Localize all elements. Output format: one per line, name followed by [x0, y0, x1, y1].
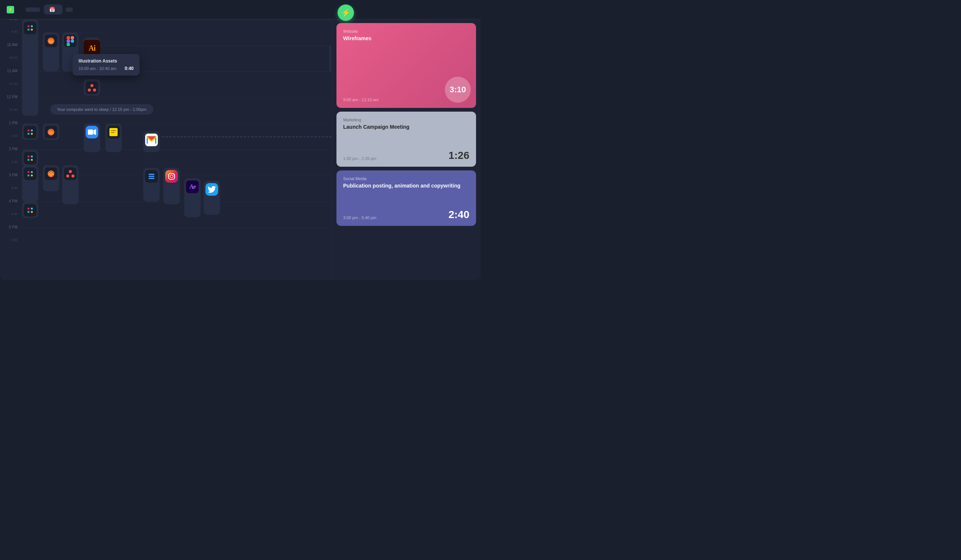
firefox-icon [45, 35, 57, 47]
time-label: 5 PM [9, 226, 18, 229]
stickies-icon [107, 126, 120, 138]
app-block[interactable] [84, 79, 100, 96]
tooltip-duration: 0:40 [125, 66, 133, 71]
app-block[interactable] [43, 124, 59, 140]
slack-icon [24, 152, 37, 164]
svg-rect-9 [67, 39, 70, 43]
firefox-icon [45, 126, 57, 138]
svg-rect-46 [148, 178, 154, 179]
svg-rect-7 [67, 36, 70, 39]
time-label: 11 AM [7, 69, 18, 73]
task-card-website-wireframes[interactable]: Website Wireframes 9:00 am - 12:10 am 3:… [336, 23, 476, 108]
app-tooltip: Illustration Assets 10:00 am - 10:40 am … [72, 54, 140, 75]
svg-rect-34 [27, 159, 29, 161]
timeline-area: 9 AM9:3010 AM10:3011 AM11:3012 PM12:301 … [0, 19, 332, 280]
logo-icon: ⚡ [7, 6, 14, 13]
today-button[interactable]: 📅 [44, 5, 63, 14]
card-title: Wireframes [343, 35, 469, 42]
card-duration: 3:10 [445, 77, 471, 103]
svg-rect-37 [31, 171, 33, 173]
slack-icon [24, 126, 37, 138]
app-block[interactable] [84, 124, 100, 152]
svg-rect-15 [27, 130, 29, 132]
task-card-social-media[interactable]: Social Media Publication posting, animat… [336, 170, 476, 226]
app-block[interactable] [143, 132, 160, 152]
app-block[interactable] [163, 168, 180, 204]
time-label: 9 AM [9, 19, 18, 21]
card-duration: 1:26 [448, 149, 469, 162]
task-card-marketing-meeting[interactable]: Marketing Launch Campaign Meeting 1:00 p… [336, 112, 476, 167]
app-block[interactable] [22, 19, 39, 116]
lightning-icon: ⚡ [341, 8, 350, 17]
app-block[interactable] [22, 165, 39, 202]
svg-rect-32 [27, 156, 29, 157]
svg-rect-54 [27, 211, 29, 213]
svg-rect-47 [148, 176, 154, 177]
app-block[interactable] [22, 149, 39, 166]
svg-point-13 [88, 88, 91, 91]
app-block[interactable] [143, 168, 160, 202]
right-panel: Website Wireframes 9:00 am - 12:10 am 3:… [332, 19, 480, 280]
davinci-icon [85, 82, 98, 94]
slack-icon [24, 167, 37, 180]
figma-icon [64, 35, 77, 47]
time-half-label: 3:30 [11, 186, 18, 190]
svg-rect-10 [67, 43, 70, 46]
svg-point-51 [173, 174, 174, 175]
timeline-scroll: 9 AM9:3010 AM10:3011 AM11:3012 PM12:301 … [0, 19, 332, 280]
svg-point-21 [50, 132, 52, 133]
main-content: 9 AM9:3010 AM10:3011 AM11:3012 PM12:301 … [0, 19, 480, 280]
instagram-icon [165, 170, 178, 183]
date-nav[interactable] [25, 8, 40, 12]
app-block[interactable] [43, 32, 59, 71]
card-category: Website [343, 29, 469, 34]
time-half-label: 11:30 [9, 82, 18, 85]
logo: ⚡ [7, 6, 16, 13]
refresh-button[interactable] [66, 8, 73, 12]
tooltip-time: 10:00 am - 10:40 am [79, 66, 116, 71]
time-half-label: 12:30 [9, 108, 18, 112]
app-container: ⚡ 📅 ⚡ 9 AM9:3010 AM10:3011 AM11:3012 PM1… [0, 0, 480, 280]
buffer-icon [145, 170, 158, 183]
tooltip-time-row: 10:00 am - 10:40 am 0:40 [79, 66, 133, 71]
app-block[interactable] [22, 202, 39, 218]
svg-rect-1 [31, 25, 33, 27]
svg-point-50 [170, 175, 173, 178]
svg-point-14 [93, 88, 96, 91]
resize-handle[interactable] [329, 45, 331, 71]
app-block[interactable]: Ae [184, 178, 201, 217]
sleep-notification: Your computer went to sleep / 12:15 pm -… [50, 104, 153, 115]
svg-rect-8 [71, 36, 74, 39]
slack-icon [24, 204, 37, 217]
svg-point-12 [90, 84, 93, 87]
app-block[interactable] [204, 181, 220, 215]
svg-rect-25 [111, 130, 116, 131]
svg-marker-23 [93, 129, 96, 135]
firefox-icon [45, 167, 57, 180]
time-label: 4 PM [9, 199, 18, 203]
davinci-icon [64, 167, 77, 180]
app-block[interactable] [105, 124, 122, 152]
card-title: Publication posting, animation and copyw… [343, 182, 469, 189]
time-label: 1 PM [9, 121, 18, 125]
calendar-icon: 📅 [49, 7, 55, 12]
svg-rect-3 [31, 29, 33, 30]
slack-icon [24, 22, 37, 34]
time-label: 10 AM [7, 43, 18, 47]
svg-rect-2 [27, 29, 29, 30]
time-half-label: 2:30 [11, 160, 18, 164]
svg-point-11 [71, 39, 74, 43]
lightning-badge[interactable]: ⚡ [337, 5, 354, 21]
app-block[interactable] [62, 165, 79, 204]
app-block[interactable] [43, 165, 59, 191]
card-category: Marketing [343, 117, 469, 122]
svg-rect-36 [27, 171, 29, 173]
svg-rect-35 [31, 159, 33, 161]
svg-rect-0 [27, 25, 29, 27]
svg-rect-22 [88, 130, 93, 135]
time-half-label: 5:30 [11, 239, 18, 242]
svg-point-45 [71, 175, 74, 178]
app-block[interactable] [22, 124, 39, 140]
aftereffects-icon: Ae [186, 180, 199, 193]
time-half-label: 10:30 [9, 56, 18, 59]
